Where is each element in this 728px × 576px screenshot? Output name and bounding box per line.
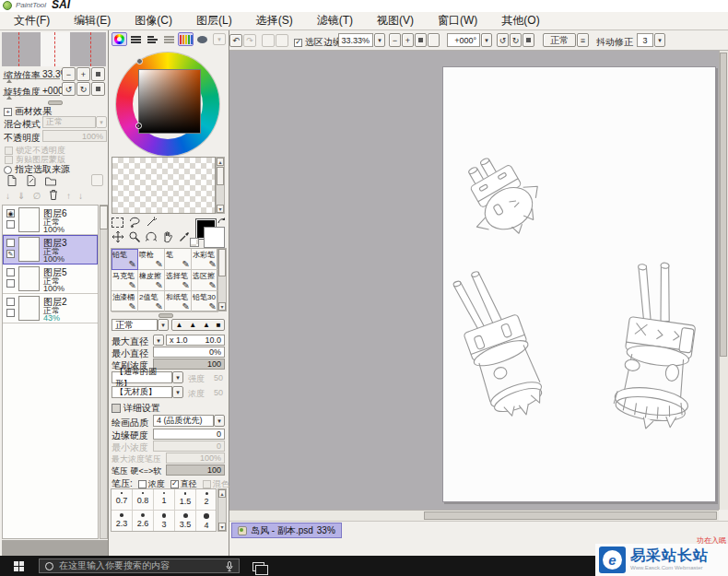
color-wheel-tab[interactable] [112, 32, 127, 46]
pressure-checkbox[interactable] [138, 480, 147, 488]
canvas-zoom-field[interactable]: 33.33% [338, 33, 373, 47]
invert-selection-button[interactable] [276, 34, 288, 47]
canvas-viewport[interactable] [229, 51, 719, 510]
brush-item[interactable]: 橡皮擦✎ [138, 270, 165, 291]
brush-item[interactable]: 喷枪✎ [138, 249, 165, 270]
pressure-checkbox[interactable] [203, 480, 211, 488]
marquee-tool[interactable] [112, 216, 124, 229]
task-view-button[interactable] [252, 562, 264, 571]
scroll-down-icon[interactable]: ▾ [218, 523, 226, 531]
layer-list-scrollbar[interactable] [100, 205, 108, 539]
brush-texture-select[interactable]: 【无材质】 [112, 386, 172, 398]
size-preset[interactable]: 1.5 [175, 489, 196, 511]
brush-texture-dropdown-icon[interactable]: ▾ [172, 386, 183, 398]
effects-expand-icon[interactable]: + [4, 108, 12, 116]
color-panel-menu-button[interactable]: ▾ [213, 33, 226, 45]
background-color-swatch[interactable] [204, 227, 225, 248]
size-preset[interactable]: 2.6 [133, 511, 154, 532]
layer-visibility-checkbox[interactable]: ◉ [6, 209, 15, 217]
transfer-down-icon[interactable]: ↓ [6, 191, 10, 201]
brush-edge-shape-selector[interactable]: ▲▲▲■ [171, 319, 225, 331]
brush-blend-select[interactable]: 正常 [112, 319, 158, 331]
brush-item[interactable]: 水彩笔✎ [192, 249, 218, 270]
layer-row[interactable]: 图层2正常43% [3, 294, 98, 323]
pressure-checkbox[interactable]: ✓ [170, 480, 179, 488]
start-button[interactable] [0, 556, 37, 576]
diameter-unit-dropdown-icon[interactable]: ▾ [153, 335, 164, 346]
stabilizer-value[interactable]: 3 [637, 33, 653, 47]
brush-item[interactable]: 马克笔✎ [112, 270, 138, 291]
layer-edit-checkbox[interactable] [6, 220, 15, 229]
quality-select[interactable]: 4 (品质优先) [153, 415, 214, 427]
max-density-slider[interactable]: 100% [166, 453, 225, 464]
brush-shape-dropdown-icon[interactable]: ▾ [172, 371, 183, 383]
min-diameter-slider[interactable]: 0% [153, 347, 225, 358]
brush-item[interactable]: 和纸笔✎ [165, 291, 192, 312]
layer-row[interactable]: 图层5正常100% [3, 264, 98, 294]
size-preset[interactable]: 1 [154, 489, 175, 511]
scrollbar-thumb[interactable] [218, 249, 226, 276]
menu-item[interactable]: 文件(F) [2, 13, 62, 29]
canvas-rotate-ccw-button[interactable]: ↺ [497, 33, 509, 47]
canvas-zoom-out-button[interactable]: − [389, 33, 401, 47]
opacity-slider[interactable]: 100% [42, 130, 107, 142]
brush-item[interactable]: 油漆桶✎ [112, 291, 138, 312]
panel-grip[interactable] [159, 313, 173, 318]
scroll-down-icon[interactable]: ▾ [218, 302, 226, 311]
scrollbar-thumb[interactable] [217, 167, 224, 185]
layer-edit-checkbox[interactable]: ✎ [6, 250, 15, 258]
paint-mode-menu-icon[interactable]: ≡ [577, 33, 589, 47]
max-diameter-slider[interactable]: x 1.0 10.0 [166, 335, 225, 346]
undo-button[interactable]: ↶ [229, 34, 242, 47]
advanced-settings-icon[interactable] [112, 404, 121, 413]
menu-item[interactable]: 选择(S) [244, 13, 305, 29]
rotate-ccw-button[interactable]: ↺ [62, 82, 76, 96]
blend-mode-dropdown-icon[interactable]: ▾ [96, 116, 107, 128]
edge-hardness-slider[interactable]: 0 [153, 429, 225, 440]
hand-tool[interactable] [161, 230, 174, 243]
deselect-button[interactable] [262, 34, 275, 47]
move-layer-up-icon[interactable]: ↑ [66, 191, 71, 201]
rotate-cw-button[interactable]: ↻ [76, 82, 90, 96]
new-linework-layer-button[interactable] [25, 174, 38, 187]
menu-item[interactable]: 编辑(E) [62, 13, 123, 29]
size-preset[interactable]: 3 [154, 511, 175, 532]
layer-mask-button[interactable] [91, 174, 103, 186]
scratchpad-tab[interactable] [194, 32, 210, 46]
canvas-angle-field[interactable]: +000° [447, 33, 480, 47]
brush-item[interactable]: 铅笔30✎ [192, 291, 218, 312]
menu-item[interactable]: 图层(L) [184, 13, 244, 29]
min-density-slider[interactable]: 0 [153, 441, 225, 452]
move-tool[interactable] [112, 230, 124, 243]
brush-blend-dropdown-icon[interactable]: ▾ [158, 319, 169, 331]
new-folder-button[interactable] [44, 174, 57, 187]
eyedropper-tool[interactable] [178, 230, 191, 243]
taskbar-search-input[interactable]: 在这里输入你要搜索的内容 [39, 558, 240, 573]
scratchpad-scrollbar[interactable]: ▴ ▾ [216, 157, 225, 214]
delete-layer-icon[interactable] [48, 189, 59, 203]
merge-down-icon[interactable]: ⇓ [18, 191, 25, 201]
navigator-zoom-slider-marker[interactable] [6, 79, 12, 83]
rgb-slider-tab[interactable] [128, 32, 144, 46]
new-layer-button[interactable] [6, 174, 18, 187]
transparent-color-toggle[interactable] [190, 238, 199, 247]
zoom-in-button[interactable]: + [76, 67, 90, 81]
hsv-slider-tab[interactable] [145, 32, 160, 46]
hue-marker[interactable] [136, 58, 143, 65]
stabilizer-dropdown-icon[interactable]: ▾ [654, 33, 665, 47]
scroll-down-icon[interactable]: ▾ [217, 205, 224, 213]
canvas-horizontal-scrollbar-thumb[interactable] [424, 511, 717, 520]
brush-item[interactable]: 笔✎ [165, 249, 192, 270]
selection-source-radio[interactable] [4, 166, 12, 174]
brush-item[interactable]: 选区擦✎ [192, 270, 218, 291]
lasso-tool[interactable] [128, 216, 141, 229]
size-preset[interactable]: 0.7 [112, 489, 133, 511]
navigator-rotate-slider-marker[interactable] [6, 96, 12, 100]
menu-item[interactable]: 图像(C) [123, 13, 184, 29]
brush-grid-scrollbar[interactable]: ▾ [217, 248, 227, 312]
menu-item[interactable]: 窗口(W) [426, 13, 489, 29]
size-preset[interactable]: 4 [196, 511, 217, 532]
canvas-zoom-reset-button[interactable] [415, 33, 427, 47]
saturation-value-square[interactable] [138, 69, 201, 134]
selection-edge-checkbox[interactable]: ✓ [294, 39, 302, 47]
